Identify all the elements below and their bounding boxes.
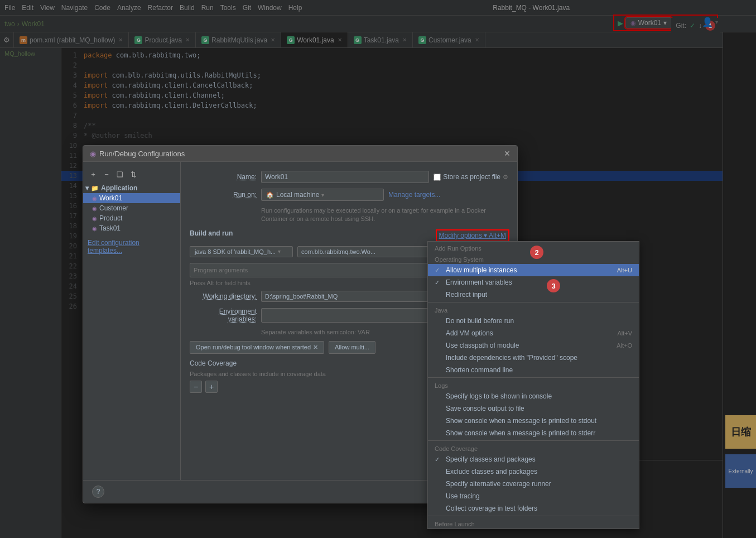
tree-group-text: Application bbox=[101, 184, 137, 192]
run-on-label: Run on: bbox=[190, 191, 257, 199]
tree-item-label-task01: Task01 bbox=[99, 224, 121, 232]
menu-label-specify-logs: Specify logs to be shown in console bbox=[446, 392, 552, 400]
tree-group-label[interactable]: ▾ 📁 Application bbox=[83, 183, 180, 193]
menu-item-redirect-input[interactable]: Redirect input bbox=[428, 289, 639, 301]
sort-config-btn[interactable]: ⇅ bbox=[128, 169, 139, 180]
menu-item-save-console[interactable]: Save console output to file bbox=[428, 402, 639, 415]
menu-shortcut-add-vm: Alt+V bbox=[617, 330, 632, 337]
env-vars-label: Environment variables: bbox=[190, 308, 257, 323]
store-as-project-file-label: Store as project file bbox=[443, 173, 500, 181]
menu-item-allow-multiple-instances[interactable]: ✓ Allow multiple instances Alt+U bbox=[428, 264, 639, 276]
dialog-title: ◉ Run/Debug Configurations bbox=[90, 150, 185, 158]
tree-item-task01[interactable]: ◉ Task01 bbox=[83, 223, 180, 233]
open-run-btn[interactable]: Open run/debug tool window when started … bbox=[190, 341, 324, 354]
working-dir-label: Working directory: bbox=[190, 292, 257, 300]
manage-targets-link[interactable]: Manage targets... bbox=[388, 191, 440, 199]
tree-item-customer[interactable]: ◉ Customer bbox=[83, 203, 180, 213]
help-btn[interactable]: ? bbox=[92, 486, 104, 498]
menu-item-show-console-stdout[interactable]: Show console when a message is printed t… bbox=[428, 415, 639, 427]
sdk-dropdown[interactable]: java 8 SDK of 'rabbit_MQ_h... ▾ bbox=[190, 246, 293, 257]
menu-label-allow-multiple: Allow multiple instances bbox=[446, 266, 517, 274]
step3-badge: 3 bbox=[547, 279, 560, 292]
copy-config-btn[interactable]: ❑ bbox=[114, 169, 126, 180]
menu-section-before-launch: Before Launch bbox=[428, 517, 639, 529]
menu-item-env-variables[interactable]: ✓ Environment variables bbox=[428, 276, 639, 289]
menu-label-specify-classes: Specify classes and packages bbox=[446, 455, 536, 463]
menu-check-allow-multiple: ✓ bbox=[435, 267, 442, 274]
menu-item-shorten-cmd[interactable]: Shorten command line bbox=[428, 364, 639, 376]
edit-config-templates-area: Edit configuration templates... bbox=[83, 234, 180, 259]
menu-divider-1 bbox=[428, 302, 639, 302]
tree-file-icon-customer: ◉ bbox=[92, 205, 97, 212]
dialog-sidebar-toolbar: + − ❑ ⇅ bbox=[83, 166, 180, 182]
tree-item-work01[interactable]: ◉ Work01 bbox=[83, 193, 180, 203]
menu-label-redirect-input: Redirect input bbox=[446, 291, 487, 299]
menu-label-show-console-stdout: Show console when a message is printed t… bbox=[446, 417, 596, 425]
menu-item-use-tracing[interactable]: Use tracing bbox=[428, 490, 639, 502]
menu-divider-3 bbox=[428, 440, 639, 441]
sdk-value: java 8 SDK of 'rabbit_MQ_h... bbox=[195, 248, 276, 255]
menu-item-alt-coverage[interactable]: Specify alternative coverage runner bbox=[428, 478, 639, 490]
allow-multi-btn[interactable]: Allow multi... bbox=[329, 341, 375, 354]
tree-file-icon-work01: ◉ bbox=[92, 195, 97, 201]
dialog-close-btn[interactable]: ✕ bbox=[504, 149, 511, 158]
coverage-minus-btn[interactable]: − bbox=[190, 381, 202, 393]
menu-check-env-variables: ✓ bbox=[435, 279, 442, 286]
menu-shortcut-use-classpath: Alt+O bbox=[617, 342, 632, 349]
tree-group-application: ▾ 📁 Application ◉ Work01 ◉ Customer ◉ Pr… bbox=[83, 182, 180, 234]
open-run-close-icon[interactable]: ✕ bbox=[313, 344, 318, 351]
dialog-sidebar: + − ❑ ⇅ ▾ 📁 Application ◉ Work01 ◉ Custo… bbox=[83, 162, 181, 480]
menu-item-add-vm-options[interactable]: Add VM options Alt+V bbox=[428, 327, 639, 339]
menu-item-include-deps[interactable]: Include dependencies with "Provided" sco… bbox=[428, 352, 639, 364]
menu-item-specify-logs[interactable]: Specify logs to be shown in console bbox=[428, 390, 639, 402]
store-settings-icon[interactable]: ⚙ bbox=[503, 174, 508, 181]
menu-item-use-classpath[interactable]: Use classpath of module Alt+O bbox=[428, 339, 639, 352]
menu-section-logs: Logs bbox=[428, 379, 639, 390]
run-on-value: Local machine bbox=[276, 191, 319, 199]
store-as-project-file-checkbox[interactable] bbox=[434, 174, 441, 181]
menu-item-collect-coverage[interactable]: Collect coverage in test folders bbox=[428, 502, 639, 515]
menu-label-save-console: Save console output to file bbox=[446, 405, 524, 412]
menu-item-exclude-classes[interactable]: Exclude classes and packages bbox=[428, 465, 639, 478]
menu-item-show-console-stderr[interactable]: Show console when a message is printed t… bbox=[428, 427, 639, 439]
run-on-dropdown[interactable]: 🏠 Local machine ▾ bbox=[261, 189, 384, 201]
step2-badge: 2 bbox=[530, 246, 543, 259]
run-on-dropdown-arrow: ▾ bbox=[321, 192, 324, 198]
menu-divider-2 bbox=[428, 377, 639, 378]
open-run-label: Open run/debug tool window when started bbox=[196, 344, 311, 350]
tree-item-label-product: Product bbox=[99, 214, 122, 222]
run-on-hint: Run configurations may be executed local… bbox=[261, 206, 508, 224]
name-row: Name: Store as project file ⚙ bbox=[190, 171, 508, 183]
menu-item-specify-classes[interactable]: ✓ Specify classes and packages bbox=[428, 453, 639, 465]
local-machine-icon: 🏠 bbox=[266, 191, 274, 199]
tree-item-product[interactable]: ◉ Product bbox=[83, 213, 180, 223]
tree-item-label-customer: Customer bbox=[99, 204, 128, 212]
run-on-row: Run on: 🏠 Local machine ▾ Manage targets… bbox=[190, 189, 508, 201]
menu-label-collect-coverage: Collect coverage in test folders bbox=[446, 505, 537, 512]
edit-config-link[interactable]: Edit configuration templates... bbox=[88, 239, 139, 254]
tree-item-label-work01: Work01 bbox=[99, 194, 122, 202]
name-input[interactable] bbox=[261, 171, 429, 183]
menu-check-specify-classes: ✓ bbox=[435, 456, 442, 463]
name-label: Name: bbox=[190, 173, 257, 181]
remove-config-btn[interactable]: − bbox=[101, 169, 112, 180]
menu-item-no-build[interactable]: Do not build before run bbox=[428, 315, 639, 327]
menu-divider-4 bbox=[428, 516, 639, 516]
menu-section-java: Java bbox=[428, 304, 639, 315]
tree-file-icon-product: ◉ bbox=[92, 215, 97, 222]
add-config-btn[interactable]: + bbox=[88, 169, 99, 180]
menu-label-exclude-classes: Exclude classes and packages bbox=[446, 468, 537, 475]
tree-folder-icon: 📁 bbox=[91, 185, 99, 192]
menu-label-shorten-cmd: Shorten command line bbox=[446, 366, 513, 374]
store-as-project-file-row: Store as project file ⚙ bbox=[434, 173, 508, 181]
coverage-plus-btn[interactable]: + bbox=[205, 381, 218, 393]
dialog-title-icon: ◉ bbox=[90, 150, 96, 158]
menu-shortcut-allow-multiple: Alt+U bbox=[617, 267, 632, 273]
menu-label-use-classpath: Use classpath of module bbox=[446, 342, 519, 349]
menu-label-show-console-stderr: Show console when a message is printed t… bbox=[446, 429, 595, 437]
build-run-header: Build and run Modify options ▾ Alt+M bbox=[190, 229, 508, 242]
modify-options-dropdown: Add Run Options Operating System ✓ Allow… bbox=[427, 241, 639, 529]
allow-multi-label: Allow multi... bbox=[335, 344, 369, 350]
menu-label-alt-coverage: Specify alternative coverage runner bbox=[446, 480, 551, 488]
modify-options-btn[interactable]: Modify options ▾ Alt+M bbox=[437, 230, 508, 241]
